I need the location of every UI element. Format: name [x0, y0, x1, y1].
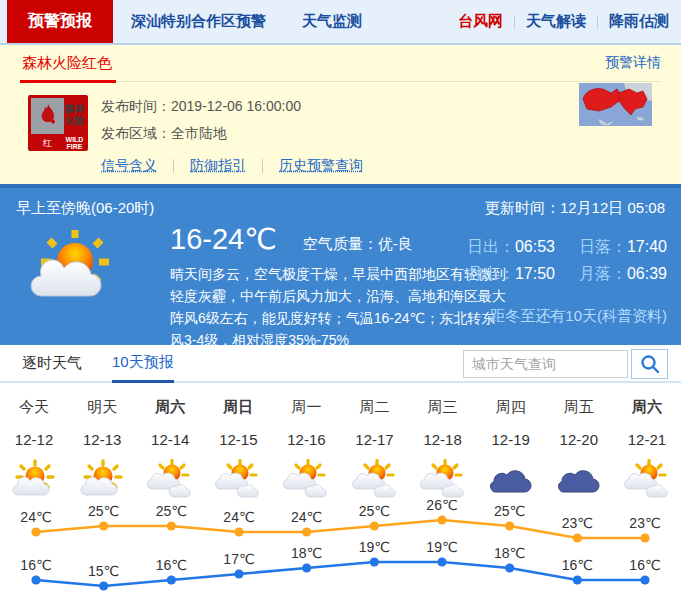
cloudy-sun-icon [420, 459, 466, 499]
svg-text:23℃: 23℃ [562, 515, 593, 531]
day-label: 周二 [340, 398, 408, 417]
svg-text:18℃: 18℃ [291, 545, 322, 561]
day-date: 12-15 [204, 431, 272, 448]
partly-sunny-icon [79, 459, 125, 499]
day-weather-icon [272, 458, 340, 500]
warning-header: 森林火险红色 预警详情 [20, 45, 661, 82]
forecast-day-column: 周二 12-17 [340, 398, 408, 500]
svg-text:25℃: 25℃ [359, 503, 390, 519]
temp-chart: 24℃25℃25℃24℃24℃25℃26℃25℃23℃23℃16℃15℃16℃1… [0, 500, 681, 592]
forecast-day-column: 周一 12-16 [272, 398, 340, 500]
svg-text:26℃: 26℃ [426, 500, 457, 513]
nav-tab-shenshan-warning[interactable]: 深汕特别合作区预警 [113, 0, 284, 43]
svg-text:24℃: 24℃ [223, 509, 254, 525]
svg-text:24℃: 24℃ [20, 509, 51, 525]
cloudy-sun-icon [215, 459, 261, 499]
forecast-period: 早上至傍晚(06-20时) [16, 199, 154, 218]
city-search-input[interactable] [463, 350, 628, 378]
forecast-day-column: 周五 12-20 [545, 398, 613, 500]
fire-warning-section: 森林火险红色 预警详情 森林 火险 红 W [0, 45, 681, 184]
svg-text:19℃: 19℃ [426, 539, 457, 555]
warning-title[interactable]: 森林火险红色 [20, 54, 116, 83]
day-weather-icon [409, 458, 477, 500]
top-nav: 预警预报 深汕特别合作区预警 天气监测 台风网 天气解读 降雨估测 [0, 0, 681, 45]
warning-info: 发布时间：2019-12-06 16:00:00 发布区域：全市陆地 信号含义 … [101, 95, 363, 175]
forecast-day-column: 周日 12-15 [204, 398, 272, 500]
tab-hourly-weather[interactable]: 逐时天气 [22, 345, 82, 381]
weather-description: 晴天间多云，空气极度干燥，早晨中西部地区有轻微到轻度灰霾，中午前后风力加大，沿海… [170, 263, 508, 351]
publish-area-label: 发布区域： [101, 125, 171, 141]
nav-tab-warning-forecast[interactable]: 预警预报 [7, 0, 113, 43]
day-weather-icon [613, 458, 681, 500]
temperature-chart-wrap: 24℃25℃25℃24℃24℃25℃26℃25℃23℃23℃16℃15℃16℃1… [0, 500, 681, 592]
svg-text:16℃: 16℃ [20, 557, 51, 573]
divider [597, 15, 598, 29]
day-weather-icon [136, 458, 204, 500]
warning-detail-link[interactable]: 预警详情 [605, 54, 661, 81]
day-label: 周五 [545, 398, 613, 417]
air-quality-label: 空气质量： [303, 235, 378, 254]
svg-text:19℃: 19℃ [359, 539, 390, 555]
city-search [463, 349, 668, 379]
svg-text:16℃: 16℃ [562, 557, 593, 573]
day-date: 12-17 [340, 431, 408, 448]
day-label: 周三 [409, 398, 477, 417]
forecast-tabs-row: 逐时天气 10天预报 [0, 345, 681, 383]
winter-solstice-note: 距冬至还有10天(科普资料) [490, 307, 667, 326]
search-icon [640, 354, 660, 374]
divider [173, 159, 174, 173]
svg-text:15℃: 15℃ [88, 563, 119, 579]
forecast-day-column: 周六 12-14 [136, 398, 204, 500]
typhoon-net-link[interactable]: 台风网 [458, 12, 503, 31]
day-date: 12-16 [272, 431, 340, 448]
forecast-day-column: 周四 12-19 [477, 398, 545, 500]
day-date: 12-20 [545, 431, 613, 448]
tab-ten-day-forecast[interactable]: 10天预报 [112, 345, 174, 383]
sun-moon-times: 日出：06:53 日落：17:40 月出：17:50 月落：06:39 [467, 237, 667, 285]
svg-text:24℃: 24℃ [291, 509, 322, 525]
defense-guide-link[interactable]: 防御指引 [190, 157, 246, 175]
day-label: 周日 [204, 398, 272, 417]
day-label: 今天 [0, 398, 68, 417]
nav-right-links: 台风网 天气解读 降雨估测 [458, 0, 681, 43]
divider [514, 15, 515, 29]
warning-links: 信号含义 防御指引 历史预警查询 [101, 157, 363, 175]
day-label: 周六 [613, 398, 681, 417]
svg-text:23℃: 23℃ [629, 515, 660, 531]
temperature-range: 16-24℃ [170, 222, 277, 256]
badge-level-text: 红 [31, 137, 64, 150]
publish-time-label: 发布时间： [101, 98, 171, 114]
signal-meaning-link[interactable]: 信号含义 [101, 157, 157, 175]
day-date: 12-18 [409, 431, 477, 448]
history-warning-link[interactable]: 历史预警查询 [279, 157, 363, 175]
weather-explain-link[interactable]: 天气解读 [526, 12, 586, 31]
current-weather-icon [27, 228, 115, 310]
partly-sunny-icon [11, 459, 57, 499]
svg-text:25℃: 25℃ [156, 503, 187, 519]
publish-area-value: 全市陆地 [171, 125, 227, 141]
day-weather-icon [340, 458, 408, 500]
cloudy-sun-icon [147, 459, 193, 499]
svg-text:25℃: 25℃ [494, 503, 525, 519]
warning-body: 森林 火险 红 WILD FIRE 发布时间：2019-12-06 16:00:… [20, 82, 661, 175]
rain-estimate-link[interactable]: 降雨估测 [609, 12, 669, 31]
day-date: 12-12 [0, 431, 68, 448]
cloudy-sun-icon [352, 459, 398, 499]
divider [262, 159, 263, 173]
search-button[interactable] [631, 349, 668, 379]
day-weather-icon [204, 458, 272, 500]
overcast-cloud-icon [488, 459, 534, 499]
svg-text:17℃: 17℃ [223, 551, 254, 567]
forecast-days: 今天 12-12 明天 12-13 周六 12-14 周日 12 [0, 383, 681, 500]
nav-tab-weather-monitor[interactable]: 天气监测 [284, 0, 380, 43]
publish-time-value: 2019-12-06 16:00:00 [171, 98, 301, 114]
shenzhen-warning-map [579, 83, 652, 130]
wildfire-warning-badge: 森林 火险 红 WILD FIRE [28, 95, 88, 151]
cloudy-sun-icon [624, 459, 670, 499]
overcast-cloud-icon [556, 459, 602, 499]
svg-text:25℃: 25℃ [88, 503, 119, 519]
svg-text:16℃: 16℃ [156, 557, 187, 573]
svg-text:18℃: 18℃ [494, 545, 525, 561]
air-quality-value: 优-良 [378, 235, 413, 254]
day-label: 周六 [136, 398, 204, 417]
